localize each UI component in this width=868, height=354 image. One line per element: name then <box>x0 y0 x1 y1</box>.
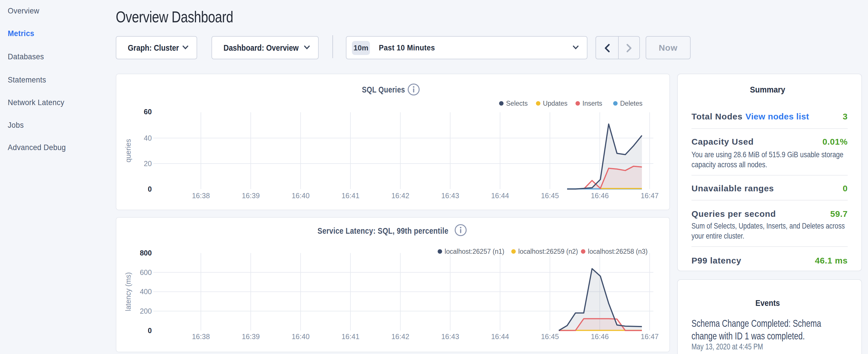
svg-text:16:40: 16:40 <box>292 192 310 200</box>
svg-text:16:47: 16:47 <box>641 192 659 200</box>
svg-text:16:44: 16:44 <box>491 192 509 200</box>
svg-text:16:40: 16:40 <box>292 332 310 341</box>
svg-text:Deletes: Deletes <box>620 100 643 107</box>
svg-text:16:46: 16:46 <box>591 332 609 341</box>
svg-text:16:38: 16:38 <box>192 332 210 341</box>
svg-text:16:43: 16:43 <box>441 332 459 341</box>
svg-text:16:39: 16:39 <box>242 332 260 341</box>
svg-text:16:47: 16:47 <box>641 332 659 341</box>
svg-text:16:42: 16:42 <box>392 192 409 200</box>
svg-text:200: 200 <box>140 307 152 315</box>
svg-text:60: 60 <box>144 108 152 116</box>
svg-text:Inserts: Inserts <box>583 100 602 107</box>
svg-text:localhost:26257 (n1): localhost:26257 (n1) <box>445 248 504 255</box>
svg-text:16:43: 16:43 <box>441 192 459 200</box>
svg-text:Updates: Updates <box>543 100 568 107</box>
svg-text:400: 400 <box>140 288 152 296</box>
svg-text:16:39: 16:39 <box>242 192 260 200</box>
svg-text:800: 800 <box>140 249 152 257</box>
svg-text:20: 20 <box>144 160 152 167</box>
svg-text:Selects: Selects <box>506 100 528 107</box>
svg-text:queries: queries <box>124 139 132 162</box>
svg-text:600: 600 <box>140 268 152 277</box>
svg-text:16:46: 16:46 <box>591 192 609 200</box>
svg-text:40: 40 <box>144 134 152 142</box>
svg-text:0: 0 <box>148 185 152 193</box>
svg-text:16:41: 16:41 <box>342 332 360 341</box>
svg-text:latency (ms): latency (ms) <box>124 272 132 311</box>
svg-text:16:42: 16:42 <box>392 332 409 341</box>
svg-text:16:41: 16:41 <box>342 192 360 200</box>
svg-text:localhost:26259 (n2): localhost:26259 (n2) <box>518 248 578 255</box>
svg-text:16:38: 16:38 <box>192 192 210 200</box>
svg-text:0: 0 <box>148 326 152 334</box>
svg-text:16:45: 16:45 <box>541 332 559 341</box>
svg-text:16:44: 16:44 <box>491 332 509 341</box>
svg-text:localhost:26258 (n3): localhost:26258 (n3) <box>588 248 648 255</box>
svg-text:16:45: 16:45 <box>541 192 559 200</box>
